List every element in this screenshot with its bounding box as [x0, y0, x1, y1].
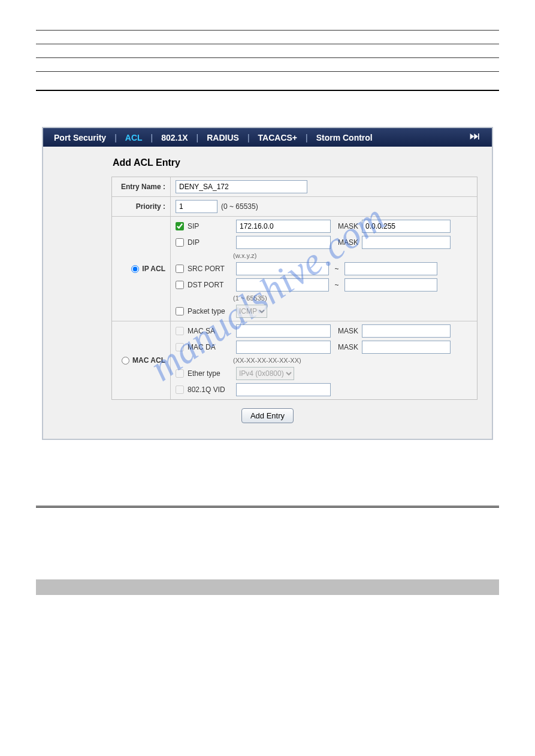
priority-hint: (0 ~ 65535)	[221, 202, 258, 211]
entry-name-input[interactable]	[176, 180, 307, 193]
srcport-tilde: ~	[333, 265, 341, 273]
srcport-to-input[interactable]	[344, 262, 437, 275]
label-srcport: SRC PORT	[188, 265, 232, 273]
label-ip-acl: IP ACL	[142, 265, 165, 273]
label-sip: SIP	[188, 222, 232, 230]
tab-radius[interactable]: RADIUS	[207, 133, 239, 142]
sip-mask-input[interactable]	[362, 220, 451, 233]
sip-checkbox[interactable]	[176, 222, 184, 230]
svg-rect-0	[478, 133, 479, 139]
acl-panel: Port Security| ACL| 802.1X| RADIUS| TACA…	[42, 127, 493, 440]
ip-acl-radio[interactable]	[131, 265, 139, 273]
priority-input[interactable]	[176, 200, 217, 213]
add-entry-button[interactable]: Add Entry	[241, 408, 294, 423]
tab-tacacs[interactable]: TACACS+	[258, 133, 297, 142]
mac-format-hint: (XX-XX-XX-XX-XX-XX)	[233, 357, 472, 364]
dstport-to-input[interactable]	[344, 278, 437, 292]
tab-port-security[interactable]: Port Security	[54, 133, 106, 142]
macda-checkbox[interactable]	[176, 343, 184, 351]
label-pkttype: Packet type	[188, 307, 232, 315]
label-ethtype: Ether type	[188, 369, 232, 378]
macda-input[interactable]	[236, 341, 331, 354]
tab-storm[interactable]: Storm Control	[316, 133, 373, 142]
macsa-mask-input[interactable]	[362, 324, 451, 338]
label-macsa: MAC SA	[188, 327, 232, 335]
macda-mask-input[interactable]	[362, 341, 451, 354]
vid-input[interactable]	[236, 383, 331, 396]
label-mac-acl: MAC ACL	[132, 356, 165, 365]
label-priority: Priority :	[136, 202, 165, 211]
page-title: Add ACL Entry	[113, 157, 483, 168]
dstport-checkbox[interactable]	[176, 281, 184, 289]
dstport-from-input[interactable]	[236, 278, 329, 292]
ip-format-hint: (w.x.y.z)	[233, 252, 472, 259]
label-macda: MAC DA	[188, 343, 232, 351]
dip-checkbox[interactable]	[176, 238, 184, 247]
acl-form: Entry Name : Priority : (0 ~ 65535) IP A…	[111, 177, 477, 400]
label-vid: 802.1Q VID	[188, 385, 232, 394]
label-entry-name: Entry Name :	[121, 183, 165, 191]
pkttype-checkbox[interactable]	[176, 307, 184, 315]
dip-input[interactable]	[236, 236, 331, 249]
pkttype-select[interactable]: ICMP	[236, 305, 267, 318]
ethtype-select[interactable]: IPv4 (0x0800)	[236, 367, 294, 380]
label-sip-mask: MASK	[334, 222, 358, 230]
label-macsa-mask: MASK	[334, 327, 358, 335]
mac-acl-radio[interactable]	[122, 357, 129, 365]
tab-acl[interactable]: ACL	[125, 133, 143, 142]
sip-input[interactable]	[236, 220, 331, 233]
top-rule-group	[36, 30, 499, 91]
label-macda-mask: MASK	[334, 343, 358, 351]
label-dip-mask: MASK	[334, 238, 358, 247]
tab-8021x[interactable]: 802.1X	[161, 133, 188, 142]
ethtype-checkbox[interactable]	[176, 369, 184, 378]
macsa-checkbox[interactable]	[176, 327, 184, 335]
macsa-input[interactable]	[236, 324, 331, 338]
label-dip: DIP	[188, 238, 232, 247]
srcport-checkbox[interactable]	[176, 265, 184, 273]
vid-checkbox[interactable]	[176, 385, 184, 394]
dip-mask-input[interactable]	[362, 236, 451, 249]
footer-bar	[36, 579, 499, 595]
tab-bar: Port Security| ACL| 802.1X| RADIUS| TACA…	[43, 128, 492, 147]
port-range-hint: (1 ~ 65535)	[233, 294, 472, 302]
bottom-rule	[36, 506, 499, 508]
label-dstport: DST PORT	[188, 281, 232, 289]
next-tab-icon[interactable]	[469, 132, 481, 142]
srcport-from-input[interactable]	[236, 262, 329, 275]
dstport-tilde: ~	[333, 281, 341, 289]
